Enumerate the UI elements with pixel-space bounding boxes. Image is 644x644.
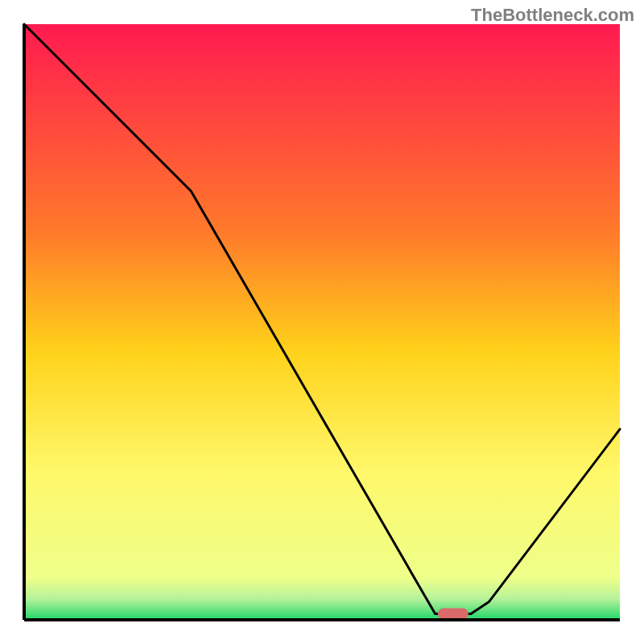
bottleneck-chart <box>0 0 644 644</box>
chart-container: TheBottleneck.com <box>0 0 644 644</box>
optimal-marker <box>438 609 469 620</box>
watermark-text: TheBottleneck.com <box>471 5 634 26</box>
